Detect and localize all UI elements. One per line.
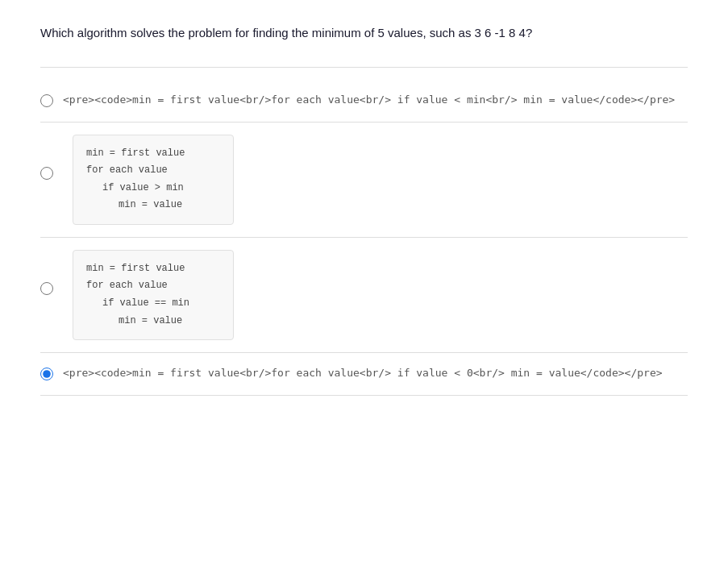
option-3-code: min = first value for each value if valu… bbox=[73, 250, 234, 340]
option-3-line-1: min = first value bbox=[86, 260, 220, 278]
option-1-radio[interactable] bbox=[40, 94, 53, 107]
option-4-container: <pre><code>min = first value<br/>for eac… bbox=[40, 353, 688, 396]
page-container: Which algorithm solves the problem for f… bbox=[0, 0, 728, 565]
option-2-radio[interactable] bbox=[40, 167, 53, 180]
option-4-radio[interactable] bbox=[40, 368, 53, 380]
option-2-line-2: for each value bbox=[86, 162, 220, 180]
question-text: Which algorithm solves the problem for f… bbox=[40, 24, 688, 43]
option-2-container: min = first value for each value if valu… bbox=[40, 123, 688, 238]
option-3-line-3: if value == min bbox=[86, 295, 220, 313]
option-3-radio[interactable] bbox=[40, 282, 53, 295]
option-1-container: <pre><code>min = first value<br/>for eac… bbox=[40, 80, 688, 123]
option-1-content: <pre><code>min = first value<br/>for eac… bbox=[63, 92, 688, 109]
option-3-radio-container[interactable] bbox=[40, 282, 53, 297]
option-2-line-1: min = first value bbox=[86, 145, 220, 163]
option-3-line-4: min = value bbox=[86, 313, 220, 330]
option-1-radio-container[interactable] bbox=[40, 94, 53, 110]
option-1-text: <pre><code>min = first value<br/>for eac… bbox=[63, 93, 675, 106]
option-4-radio-container[interactable] bbox=[40, 368, 53, 383]
option-4-text: <pre><code>min = first value<br/>for eac… bbox=[63, 367, 663, 379]
top-divider bbox=[40, 67, 688, 68]
option-2-content: min = first value for each value if valu… bbox=[63, 135, 688, 225]
option-2-radio-container[interactable] bbox=[40, 167, 53, 182]
option-2-line-3: if value > min bbox=[86, 180, 220, 197]
option-4-content: <pre><code>min = first value<br/>for eac… bbox=[63, 365, 688, 382]
option-3-content: min = first value for each value if valu… bbox=[63, 250, 688, 340]
option-2-code: min = first value for each value if valu… bbox=[73, 135, 234, 225]
option-3-line-2: for each value bbox=[86, 277, 220, 295]
option-3-container: min = first value for each value if valu… bbox=[40, 238, 688, 353]
option-2-line-4: min = value bbox=[86, 197, 220, 214]
